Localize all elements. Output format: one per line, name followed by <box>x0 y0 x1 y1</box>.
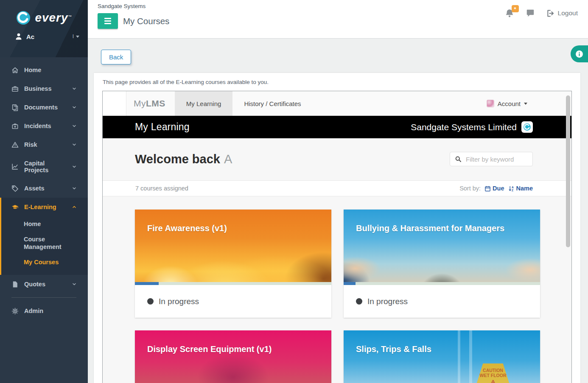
page-panel: This page provides all of the E-Learning… <box>94 73 580 383</box>
back-button[interactable]: Back <box>101 50 131 64</box>
briefcase-icon <box>11 85 19 92</box>
tags-icon <box>11 185 19 192</box>
sidebar-item-assets[interactable]: Assets <box>0 179 88 198</box>
file-icon <box>11 281 19 288</box>
lms-scrollbar <box>566 92 571 383</box>
chat-bubble-icon <box>526 8 535 18</box>
every-logo-icon <box>16 10 31 25</box>
app-logo-text: every™ <box>35 10 72 25</box>
sidebar-item-label: Business <box>24 85 51 92</box>
topbar: Sandgate Systems My Courses * Logout <box>88 0 588 39</box>
sidebar-item-elearning[interactable]: E-Learning <box>1 198 88 216</box>
course-card-bullying-harassment[interactable]: Bullying & Harassment for Managers In pr… <box>344 210 540 318</box>
course-image-fire: Fire Awareness (v1) <box>135 210 331 285</box>
sidebar-subitem-course-management[interactable]: Course Management <box>1 232 88 254</box>
filter-input[interactable] <box>465 155 528 163</box>
warning-triangle-icon <box>11 141 19 148</box>
every-mini-logo <box>521 121 533 133</box>
sort-name-label: Name <box>516 185 533 192</box>
account-label: Account <box>498 100 521 107</box>
welcome-text: Welcome back <box>135 152 220 166</box>
sort-by-label: Sort by: <box>459 185 481 192</box>
course-title: Display Screen Equipment (v1) <box>147 344 321 354</box>
company-name: Sandgate Systems <box>98 3 146 9</box>
chevron-down-icon <box>72 105 77 110</box>
status-dot-icon <box>356 298 362 305</box>
course-title: Fire Awareness (v1) <box>147 224 321 233</box>
page: every™ Ac I Home Business <box>0 0 588 383</box>
sidebar-item-quotes[interactable]: Quotes <box>0 275 88 294</box>
lms-banner: My Learning Sandgate Systems Limited <box>103 116 571 138</box>
elearning-submenu: Home Course Management My Courses <box>1 216 88 275</box>
sidebar-divider <box>11 297 76 298</box>
sidebar-item-label: Incidents <box>24 123 51 129</box>
sidebar-logo-block: every™ Ac I <box>0 0 88 57</box>
chevron-down-icon <box>72 142 77 147</box>
course-card-display-screen-equipment[interactable]: Display Screen Equipment (v1) <box>135 330 331 383</box>
sidebar-subitem-my-courses[interactable]: My Courses <box>1 254 88 270</box>
trademark-symbol: ™ <box>68 15 72 19</box>
course-status: In progress <box>367 297 408 306</box>
tab-my-learning[interactable]: My Learning <box>175 91 233 116</box>
sort-by-name-link[interactable]: AZ Name <box>508 185 533 192</box>
course-image-slips: Slips, Trips & Falls CAUTION WET FLOOR ⚠ <box>344 330 540 383</box>
course-progress-bar <box>344 282 540 285</box>
sidebar-toggle-button[interactable] <box>98 13 118 29</box>
courses-count: 7 courses assigned <box>135 185 188 192</box>
course-title: Slips, Trips & Falls <box>356 344 530 354</box>
course-image-dse: Display Screen Equipment (v1) <box>135 330 331 383</box>
lms-scrollbar-thumb[interactable] <box>566 95 570 247</box>
incidents-icon <box>11 123 19 130</box>
sidebar-user-dropdown[interactable]: I <box>73 34 79 39</box>
chevron-down-icon <box>72 186 77 191</box>
sidebar-item-label: Capital Projects <box>24 160 66 173</box>
tab-history-certificates[interactable]: History / Certificates <box>232 91 312 116</box>
account-dropdown[interactable]: Account <box>487 91 527 116</box>
page-title: My Courses <box>123 16 169 26</box>
sort-due-label: Due <box>493 185 504 192</box>
caution-sign: CAUTION WET FLOOR ⚠ <box>468 363 518 383</box>
sidebar-item-capital-projects[interactable]: Capital Projects <box>0 154 88 179</box>
sign-out-icon <box>546 9 554 17</box>
notifications-button[interactable]: * <box>505 8 514 18</box>
course-card-fire-awareness[interactable]: Fire Awareness (v1) In progress <box>135 210 331 318</box>
sidebar-subitem-home[interactable]: Home <box>1 216 88 232</box>
info-icon <box>575 50 583 58</box>
sort-alpha-icon: AZ <box>508 185 515 192</box>
info-tab-button[interactable] <box>571 45 588 62</box>
sidebar-item-label: Assets <box>24 185 45 192</box>
logout-label: Logout <box>558 9 578 17</box>
documents-icon <box>11 104 19 111</box>
lms-tabbar-spacer <box>103 91 126 116</box>
sidebar-nav: Home Business Documents Incidents Risk <box>0 57 88 320</box>
content-area: Back This page provides all of the E-Lea… <box>88 39 588 383</box>
sidebar-item-risk[interactable]: Risk <box>0 135 88 154</box>
lms-banner-company: Sandgate Systems Limited <box>411 122 517 132</box>
caution-triangle-icon: ⚠ <box>488 378 498 383</box>
sidebar-item-admin[interactable]: Admin <box>0 302 88 320</box>
lms-welcome-section: Welcome backA <box>103 138 571 180</box>
app-logo: every™ <box>0 10 88 25</box>
course-card-slips-trips-falls[interactable]: Slips, Trips & Falls CAUTION WET FLOOR ⚠ <box>344 330 540 383</box>
sort-by-due-link[interactable]: Due <box>484 185 504 192</box>
course-grid: Fire Awareness (v1) In progress Bullying… <box>103 196 571 383</box>
chevron-down-icon <box>72 164 77 169</box>
status-dot-icon <box>147 298 154 305</box>
sidebar-user-row[interactable]: Ac I <box>0 25 88 41</box>
svg-text:A: A <box>512 185 514 188</box>
sidebar-item-incidents[interactable]: Incidents <box>0 117 88 135</box>
sidebar-user-suffix: I <box>73 34 74 39</box>
notification-badge: * <box>512 5 519 12</box>
sidebar-item-label: Home <box>24 67 41 73</box>
sidebar-item-home[interactable]: Home <box>0 61 88 79</box>
keyword-filter <box>450 152 533 166</box>
messages-button[interactable] <box>526 8 535 18</box>
welcome-heading: Welcome backA <box>135 152 232 166</box>
svg-text:Z: Z <box>512 189 513 192</box>
sidebar-item-label: Quotes <box>24 281 45 288</box>
course-status: In progress <box>159 297 199 306</box>
logout-button[interactable]: Logout <box>546 9 578 17</box>
sidebar-item-documents[interactable]: Documents <box>0 98 88 117</box>
sidebar-item-business[interactable]: Business <box>0 79 88 98</box>
sidebar-item-label: E-Learning <box>24 204 56 210</box>
